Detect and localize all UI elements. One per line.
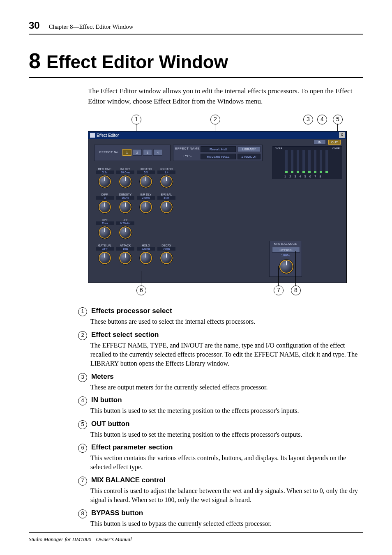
param-label: GATE LVL <box>96 244 114 247</box>
meter-num: 6 <box>309 175 311 178</box>
param-label: HOLD <box>137 244 155 247</box>
definition-item: 4IN buttonThis button is used to set the… <box>78 396 363 415</box>
param-cell: INI DLY36.0ms <box>116 168 134 188</box>
param-knob[interactable] <box>160 200 173 214</box>
type-label: TYPE <box>175 154 200 158</box>
callout-4: 4 <box>317 115 327 124</box>
param-cell: HPFThru <box>96 219 114 239</box>
param-knob[interactable] <box>119 251 132 265</box>
library-button[interactable]: LIBRARY <box>238 146 261 152</box>
callout-5: 5 <box>333 115 343 124</box>
param-value: 0.5 <box>137 170 155 174</box>
def-title: BYPASS button <box>91 509 143 517</box>
param-knob[interactable] <box>98 200 111 214</box>
param-value: 325ms <box>137 247 155 251</box>
meter-bar <box>302 150 305 173</box>
page-header: 30 Chapter 8—Effect Editor Window <box>29 20 363 35</box>
effect-editor-window: Effect Editor X EFFECT No. 1 2 3 4 EFFEC… <box>88 131 347 283</box>
def-body: This section contains the various effect… <box>90 454 363 472</box>
param-knob[interactable] <box>119 175 132 188</box>
chapter-number: 8 <box>29 49 41 73</box>
param-value: 36.0ms <box>116 170 134 174</box>
def-title: OUT button <box>91 420 129 428</box>
param-value: 1ms <box>116 247 134 251</box>
meter-bar <box>297 150 299 173</box>
param-knob[interactable] <box>98 175 111 188</box>
def-title: Effect select section <box>91 331 159 339</box>
meter-bar <box>314 150 316 173</box>
effect-select-section: EFFECT NAME Reverb Hall LIBRARY TYPE REV… <box>173 145 263 161</box>
param-value: 3.2s <box>96 170 114 174</box>
mix-balance-value: 100% <box>270 253 302 257</box>
callout-3: 3 <box>303 115 313 124</box>
effect-no-section: EFFECT No. 1 2 3 4 <box>94 145 171 161</box>
param-knob[interactable] <box>119 226 132 239</box>
param-knob[interactable] <box>98 226 111 239</box>
def-number: 6 <box>78 444 87 453</box>
page-number: 30 <box>29 20 40 31</box>
def-title: IN button <box>91 396 122 404</box>
param-label: LPF <box>116 219 134 221</box>
param-label: DENSITY <box>116 193 134 196</box>
param-label: INI DLY <box>116 168 134 170</box>
window-title: Effect Editor <box>97 133 119 138</box>
param-cell: DIFF.8 <box>96 193 114 214</box>
param-cell: DECAY79ms <box>157 244 175 265</box>
def-title: MIX BALANCE control <box>91 476 165 484</box>
effect-no-2-button[interactable]: 2 <box>133 149 142 156</box>
close-button[interactable]: X <box>339 132 345 138</box>
param-knob[interactable] <box>139 200 152 214</box>
in-button[interactable]: IN <box>314 140 326 145</box>
param-cell: E/R BAL44% <box>157 193 175 214</box>
meter-scale-top-r: OVER <box>331 147 341 150</box>
param-label: ATTACK <box>116 244 134 247</box>
param-cell: LO RATIO1.4 <box>157 168 175 188</box>
effect-no-3-button[interactable]: 3 <box>143 149 152 156</box>
param-knob[interactable] <box>160 175 173 188</box>
def-body: This button is used to set the metering … <box>90 430 363 439</box>
param-value: Thru <box>96 221 114 225</box>
footer-text: Studio Manager for DM1000—Owner's Manual <box>29 536 132 543</box>
app-icon <box>90 133 95 138</box>
chapter-title-text: Effect Editor Window <box>46 52 228 72</box>
param-cell: REV TIME3.2s <box>96 168 114 188</box>
param-label: E/R DLY <box>137 193 155 196</box>
footer-line <box>29 532 363 533</box>
meter-num: 3 <box>294 175 296 178</box>
param-label: REV TIME <box>96 168 114 170</box>
mix-balance-label: MIX BALANCE <box>270 242 302 246</box>
meter-scale-top: OVER <box>274 147 284 150</box>
param-value: OFF <box>96 247 114 251</box>
effect-name-label: EFFECT NAME <box>175 147 200 150</box>
out-button[interactable]: OUT <box>328 140 341 145</box>
param-knob[interactable] <box>119 200 132 214</box>
meter-num: 7 <box>314 175 316 178</box>
param-label: HI RATIO <box>137 168 155 170</box>
leader-line <box>295 251 296 286</box>
param-label: E/R BAL <box>157 193 175 196</box>
param-cell: DENSITY100% <box>116 193 134 214</box>
param-knob[interactable] <box>160 251 173 265</box>
mix-balance-knob[interactable] <box>279 259 294 274</box>
param-cell: E/R DLY2.0ms <box>137 193 155 214</box>
def-body: These buttons are used to select the int… <box>90 317 363 326</box>
type-value: REVERB HALL <box>201 154 236 159</box>
param-value: 100% <box>116 196 134 200</box>
callout-6: 6 <box>136 286 146 295</box>
io-value: 1 IN/2OUT <box>238 154 261 159</box>
title-bar: Effect Editor X <box>88 131 346 139</box>
effect-no-4-button[interactable]: 4 <box>153 149 162 156</box>
effect-no-1-button[interactable]: 1 <box>122 149 131 156</box>
effect-name-field[interactable]: Reverb Hall <box>201 146 236 152</box>
meter-bar <box>291 150 293 173</box>
param-knob[interactable] <box>139 175 152 188</box>
meter-num: 5 <box>304 175 306 178</box>
def-number: 7 <box>78 477 87 486</box>
meter-bar <box>320 150 322 173</box>
definition-item: 8BYPASS buttonThis button is used to byp… <box>78 509 363 528</box>
definition-item: 3MetersThese are output meters for the c… <box>78 373 363 392</box>
def-number: 1 <box>78 307 87 316</box>
screenshot-figure: 1 2 3 4 5 Effect Editor X EFFECT No. 1 <box>88 115 347 295</box>
param-knob[interactable] <box>139 251 152 265</box>
param-knob[interactable] <box>98 251 111 265</box>
